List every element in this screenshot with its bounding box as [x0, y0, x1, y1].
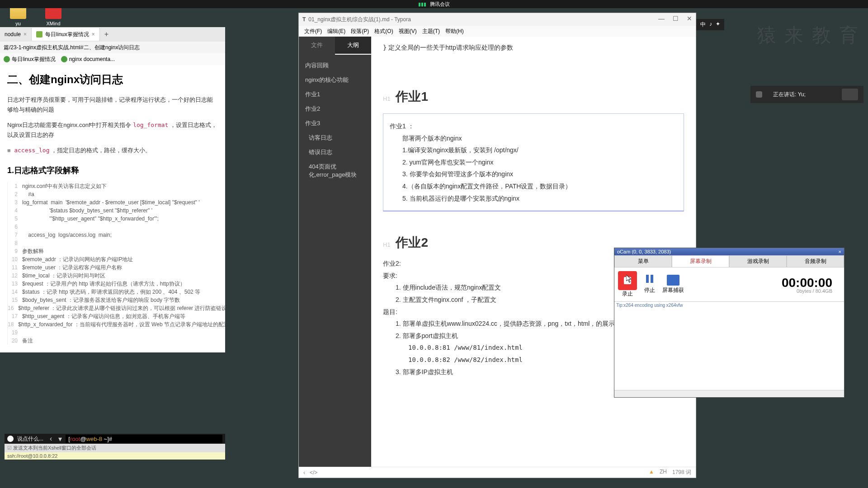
sheet-icon — [4, 56, 10, 62]
close-icon[interactable]: × — [24, 31, 27, 38]
ocam-window: oCam (0, 0, 3833, 2083) × 菜单屏幕录制游戏录制音频录制… — [614, 248, 844, 398]
browser-tab-2[interactable]: 每日linux掌握情况 × — [32, 28, 100, 41]
code-line: 1nginx.conf中有关访客日志定义如下 — [8, 182, 218, 190]
terminal-toolbar: 说点什么... ‹ ▾ [root@web-8 ~]# — [5, 434, 225, 444]
bookmark-1[interactable]: 每日linux掌握情况 — [4, 56, 56, 63]
close-icon[interactable]: × — [92, 31, 95, 38]
typora-icon: T — [302, 16, 306, 23]
terminal-icon — [7, 436, 14, 442]
code-line: 16$http_referer ：记录此次请求是从哪个链接访问过来的，可以根据 … — [8, 304, 218, 312]
icon-label: yu — [5, 21, 32, 26]
ocam-controls: 录止 停止 屏幕捕获 00:00:00 0bytes / 80.4GB — [614, 267, 844, 301]
url-text: 篇/23-1-nginx虚拟主机实战.html#二、创建nginx访问日志 — [4, 44, 140, 52]
code-line: 6 — [8, 223, 218, 231]
task1-title: 作业1 — [396, 88, 428, 105]
minimize-button[interactable]: — — [658, 15, 665, 22]
terminal-window: 说点什么... ‹ ▾ [root@web-8 ~]# ☑ 发送文本到当前Xsh… — [5, 434, 225, 460]
monitor-icon — [667, 275, 679, 286]
terminal-prompt[interactable]: [root@web-8 ~]# — [66, 435, 222, 443]
new-tab-button[interactable]: + — [100, 30, 113, 38]
word-count[interactable]: 1798 词 — [672, 469, 691, 476]
menu-item[interactable]: 格式(O) — [373, 28, 395, 35]
outline-item[interactable]: 错误日志 — [299, 145, 371, 160]
maximize-button[interactable]: ☐ — [673, 15, 679, 22]
menu-item[interactable]: 视图(V) — [397, 28, 419, 35]
meeting-app-name: 腾讯会议 — [430, 1, 450, 7]
outline-item[interactable]: 404页面优化,error_page模块 — [299, 160, 371, 182]
code-line: 4 '$status $body_bytes_sent "$http_refer… — [8, 206, 218, 215]
dropdown-icon[interactable]: ▾ — [58, 435, 62, 443]
typora-titlebar: T 01_nginx虚拟主机综合实战(1).md - Typora — ☐ ✕ — [299, 13, 696, 26]
address-bar[interactable]: 篇/23-1-nginx虚拟主机实战.html#二、创建nginx访问日志 — [0, 42, 225, 53]
code-line: 11$remote_user ：记录远程客户端用户名称 — [8, 263, 218, 272]
ocam-tab[interactable]: 屏幕录制 — [672, 255, 729, 267]
heading-marker: H1 — [383, 95, 394, 102]
code-line: 5 '"$http_user_agent" "$http_x_forwarded… — [8, 215, 218, 223]
language-indicator[interactable]: ZH — [660, 469, 667, 476]
typora-statusbar: ‹ </> ▲ ZH 1798 词 — [299, 467, 696, 478]
outline-item[interactable]: 访客日志 — [299, 131, 371, 145]
menu-item[interactable]: 帮助(H) — [443, 28, 466, 35]
para-1: 日志对于程序员很重要，可用于问题排错，记录程序运行状态，一个好的日志能够给与精确… — [7, 95, 218, 115]
signal-icon: ▮▮▮ — [418, 1, 426, 7]
page-content: 二、创建nginx访问日志 日志对于程序员很重要，可用于问题排错，记录程序运行状… — [0, 65, 225, 352]
bookmark-2[interactable]: nginx documenta... — [61, 56, 115, 63]
ime-indicator[interactable]: 中 ♪ ✦ — [696, 19, 724, 30]
ocam-titlebar[interactable]: oCam (0, 0, 3833, 2083) × — [614, 248, 844, 255]
outline-item[interactable]: 作业1 — [299, 87, 371, 102]
ocam-tab[interactable]: 音频录制 — [787, 255, 844, 267]
nginx-icon — [61, 56, 67, 62]
ocam-tabs: 菜单屏幕录制游戏录制音频录制 — [614, 255, 844, 267]
nav-back[interactable]: ‹ — [47, 435, 55, 443]
pause-button[interactable]: 停止 — [639, 275, 660, 294]
outline-item[interactable]: nginx的核心功能 — [299, 73, 371, 87]
watermark: 猿 来 教 育 — [757, 23, 860, 48]
outline-item[interactable]: 内容回顾 — [299, 58, 371, 73]
menu-item[interactable]: 文件(F) — [302, 28, 324, 35]
task2-title: 作业2 — [396, 234, 428, 251]
avatar — [842, 89, 858, 100]
tab-strip: nodule × 每日linux掌握情况 × + — [0, 27, 225, 42]
pause-icon — [643, 275, 656, 286]
code-line: 20备注 — [8, 337, 218, 345]
mic-icon — [756, 91, 762, 98]
code-line: 12$time_local ：记录访问时间与时区 — [8, 272, 218, 280]
icon-label: XMind — [40, 21, 67, 26]
tab-label: nodule — [5, 31, 21, 38]
code-line: 8 — [8, 239, 218, 247]
capture-button[interactable]: 屏幕捕获 — [662, 275, 684, 294]
record-button[interactable] — [618, 271, 637, 290]
warning-icon[interactable]: ▲ — [649, 469, 654, 476]
code-line: 13$request ：记录用户的 http 请求起始行信息（请求方法，http… — [8, 280, 218, 288]
browser-tab-1[interactable]: nodule × — [0, 28, 32, 41]
menu-item[interactable]: 段落(P) — [349, 28, 371, 35]
stop-icon — [624, 277, 631, 284]
close-icon[interactable]: × — [839, 249, 841, 254]
source-mode-icon[interactable]: </> — [310, 469, 317, 476]
heading-marker: H1 — [383, 241, 394, 248]
menu-item[interactable]: 编辑(E) — [326, 28, 347, 35]
ocam-tab[interactable]: 菜单 — [614, 255, 672, 267]
sidebar-tab-outline[interactable]: 大纲 — [335, 37, 371, 55]
task1-box: 作业1 ： 部署两个版本的nginx 1.编译安装nginx最新版，安装到 /o… — [383, 113, 684, 211]
say-something[interactable]: 说点什么... — [17, 435, 43, 443]
outline-items: 内容回顾nginx的核心功能作业1作业2作业3访客日志错误日志404页面优化,e… — [299, 55, 371, 186]
ocam-tab[interactable]: 游戏录制 — [729, 255, 787, 267]
typora-menubar: 文件(F)编辑(E)段落(P)格式(O)视图(V)主题(T)帮助(H) — [299, 26, 696, 37]
code-line: 7 access_log logs/access.log main; — [8, 231, 218, 239]
task1-heading-row: H1 作业1 — [383, 88, 684, 105]
sidebar-tab-files[interactable]: 文件 — [299, 37, 335, 55]
terminal-hint: ☑ 发送文本到当前Xshell窗口的全部会话 — [5, 444, 225, 452]
close-button[interactable]: ✕ — [687, 15, 692, 22]
outline-item[interactable]: 作业3 — [299, 116, 371, 131]
code-line: 10$remote_addr ：记录访问网站的客户端IP地址 — [8, 255, 218, 263]
meeting-topbar: ▮▮▮ 腾讯会议 — [0, 0, 868, 8]
terminal-status: ssh://root@10.0.0.8:22 — [5, 452, 225, 460]
nav-back-icon[interactable]: ‹ — [303, 469, 305, 476]
document-title: 01_nginx虚拟主机综合实战(1).md - Typora — [308, 16, 411, 23]
menu-icon: ≡ — [7, 146, 11, 156]
section-heading: 1.日志格式字段解释 — [7, 165, 218, 176]
global-config-note: } 定义全局的一些关于http请求响应处理的参数 — [383, 44, 684, 52]
menu-item[interactable]: 主题(T) — [420, 28, 442, 35]
outline-item[interactable]: 作业2 — [299, 102, 371, 116]
